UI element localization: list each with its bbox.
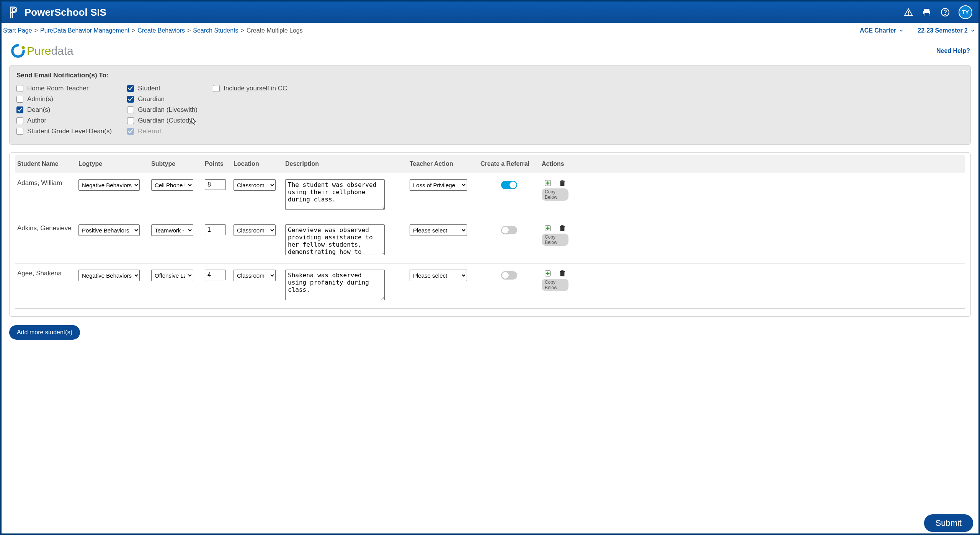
- notify-checkbox[interactable]: [16, 128, 23, 135]
- column-header: Location: [234, 160, 285, 167]
- user-avatar[interactable]: TY: [959, 5, 972, 19]
- delete-row-icon[interactable]: [559, 224, 566, 232]
- panel-title: Send Email Notification(s) To:: [16, 72, 964, 79]
- copy-below-button[interactable]: Copy Below: [542, 188, 568, 201]
- notify-checkbox-row: Referral: [127, 128, 198, 135]
- svg-rect-24: [560, 272, 565, 276]
- breadcrumb-current: Create Multiple Logs: [247, 27, 303, 34]
- referral-toggle[interactable]: [501, 271, 517, 280]
- notify-checkbox-row[interactable]: Student: [127, 85, 198, 92]
- svg-rect-19: [560, 226, 565, 227]
- notify-checkbox-row[interactable]: Admin(s): [16, 95, 112, 103]
- table-row: Adkins, GenevievePositive BehaviorsTeamw…: [15, 218, 965, 263]
- svg-point-1: [908, 14, 909, 15]
- notify-checkbox[interactable]: [16, 96, 23, 103]
- description-textarea[interactable]: [285, 179, 385, 210]
- breadcrumb-link[interactable]: Create Behaviors: [137, 27, 185, 34]
- subtype-select[interactable]: Cell Phone U: [151, 179, 193, 191]
- svg-point-7: [945, 14, 946, 15]
- chevron-down-icon: [970, 28, 975, 33]
- help-icon[interactable]: [940, 7, 950, 17]
- svg-rect-12: [560, 182, 565, 186]
- notify-checkbox-row[interactable]: Include yourself in CC: [213, 85, 287, 92]
- notify-checkbox-row[interactable]: Home Room Teacher: [16, 85, 112, 92]
- points-input[interactable]: [205, 224, 226, 235]
- notify-label: Referral: [138, 128, 161, 135]
- location-select[interactable]: Classroom: [234, 224, 276, 236]
- logtype-select[interactable]: Negative Behaviors: [78, 270, 140, 281]
- log-grid: Student NameLogtypeSubtypePointsLocation…: [9, 152, 971, 317]
- teacher-action-select[interactable]: Please select: [410, 270, 467, 281]
- content-area: Puredata Need Help? Send Email Notificat…: [2, 38, 978, 533]
- notify-label: Guardian (Custody): [138, 117, 194, 124]
- topbar: PowerSchool SIS TY: [2, 2, 978, 23]
- need-help-link[interactable]: Need Help?: [936, 47, 970, 54]
- breadcrumb-link[interactable]: PureData Behavior Management: [40, 27, 129, 34]
- copy-below-button[interactable]: Copy Below: [542, 279, 568, 291]
- notify-label: Admin(s): [27, 95, 53, 103]
- notify-checkbox[interactable]: [127, 117, 134, 124]
- notify-checkbox-row[interactable]: Guardian: [127, 95, 198, 103]
- submit-button[interactable]: Submit: [924, 514, 973, 532]
- location-select[interactable]: Classroom: [234, 270, 276, 281]
- delete-row-icon[interactable]: [559, 179, 566, 187]
- notify-checkbox-row[interactable]: Guardian (Custody): [127, 117, 198, 124]
- notify-checkbox-row[interactable]: Guardian (Liveswith): [127, 106, 198, 114]
- delete-row-icon[interactable]: [559, 270, 566, 277]
- notify-checkbox[interactable]: [16, 106, 23, 113]
- student-name: Adams, William: [17, 179, 78, 187]
- column-header: Description: [285, 160, 410, 167]
- description-textarea[interactable]: [285, 224, 385, 255]
- column-header: Logtype: [78, 160, 151, 167]
- add-row-icon[interactable]: [544, 179, 552, 187]
- notify-checkbox[interactable]: [127, 96, 134, 103]
- term-dropdown[interactable]: 22-23 Semester 2: [918, 27, 975, 34]
- column-header: Subtype: [151, 160, 205, 167]
- notify-checkbox-row[interactable]: Student Grade Level Dean(s): [16, 128, 112, 135]
- table-row: Adams, WilliamNegative BehaviorsCell Pho…: [15, 173, 965, 218]
- notify-label: Author: [27, 117, 46, 124]
- teacher-action-select[interactable]: Loss of Privilege: [410, 179, 467, 191]
- notify-checkbox: [127, 128, 134, 135]
- notify-label: Dean(s): [27, 106, 50, 114]
- svg-rect-20: [561, 225, 563, 226]
- subtype-select[interactable]: Teamwork -: [151, 224, 193, 236]
- notify-label: Home Room Teacher: [27, 85, 88, 92]
- subtype-select[interactable]: Offensive La: [151, 270, 193, 281]
- school-dropdown[interactable]: ACE Charter: [860, 27, 904, 34]
- column-header: Teacher Action: [410, 160, 480, 167]
- copy-below-button[interactable]: Copy Below: [542, 234, 568, 246]
- teacher-action-select[interactable]: Please select: [410, 224, 467, 236]
- notify-checkbox[interactable]: [16, 85, 23, 92]
- location-select[interactable]: Classroom: [234, 179, 276, 191]
- referral-toggle[interactable]: [501, 181, 517, 189]
- notify-checkbox[interactable]: [127, 106, 134, 113]
- student-name: Agee, Shakena: [17, 270, 78, 277]
- svg-rect-26: [561, 270, 563, 271]
- logtype-select[interactable]: Positive Behaviors: [78, 224, 140, 236]
- notify-checkbox-row[interactable]: Dean(s): [16, 106, 112, 114]
- print-icon[interactable]: [922, 7, 932, 17]
- points-input[interactable]: [205, 179, 226, 190]
- table-row: Agee, ShakenaNegative BehaviorsOffensive…: [15, 263, 965, 309]
- notify-checkbox-row[interactable]: Author: [16, 117, 112, 124]
- breadcrumb-link[interactable]: Start Page: [3, 27, 32, 34]
- breadcrumb-link[interactable]: Search Students: [193, 27, 238, 34]
- add-more-students-button[interactable]: Add more student(s): [9, 325, 80, 340]
- referral-toggle[interactable]: [501, 226, 517, 234]
- powerschool-logo-icon: [8, 5, 19, 19]
- notify-checkbox[interactable]: [213, 85, 220, 92]
- notify-checkbox[interactable]: [16, 117, 23, 124]
- add-row-icon[interactable]: [544, 224, 552, 232]
- logtype-select[interactable]: Negative Behaviors: [78, 179, 140, 191]
- student-name: Adkins, Genevieve: [17, 224, 78, 232]
- app-title: PowerSchool SIS: [24, 7, 106, 18]
- add-row-icon[interactable]: [544, 270, 552, 277]
- alert-icon[interactable]: [903, 7, 913, 17]
- description-textarea[interactable]: [285, 270, 385, 300]
- notify-label: Student: [138, 85, 160, 92]
- notify-checkbox[interactable]: [127, 85, 134, 92]
- svg-rect-13: [560, 181, 565, 182]
- points-input[interactable]: [205, 270, 226, 280]
- svg-point-8: [21, 46, 24, 49]
